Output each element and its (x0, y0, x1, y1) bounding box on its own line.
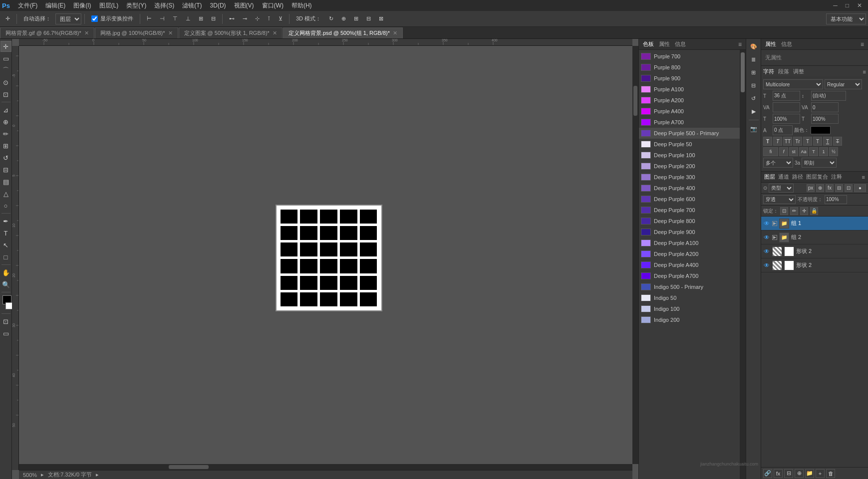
lig3-btn[interactable]: st (789, 147, 798, 156)
menu-image[interactable]: 图像(I) (69, 0, 95, 11)
window-restore[interactable]: □ (842, 2, 853, 9)
align-left-btn[interactable]: ⊢ (143, 13, 155, 25)
swatch-item-4[interactable]: Purple A200 (639, 95, 740, 106)
distribute-right-btn[interactable]: ⊹ (252, 13, 263, 25)
layer-item-group2[interactable]: 👁 ▶ 📁 组 2 (761, 231, 868, 244)
swatch-item-10[interactable]: Deep Purple 200 (639, 161, 740, 172)
filter-smart-btn[interactable]: ⊡ (845, 184, 853, 192)
attrs-menu-icon[interactable]: ≡ (861, 41, 864, 48)
paths-tab[interactable]: 路径 (792, 173, 803, 181)
3d-scale-btn[interactable]: ⊠ (375, 13, 387, 25)
background-color[interactable] (5, 302, 12, 309)
tool-blur[interactable]: △ (0, 188, 11, 199)
filter-adj-btn[interactable]: ⊕ (816, 184, 824, 192)
layer-expand-group1[interactable]: ▶ (772, 221, 777, 226)
swatches-menu-icon[interactable]: ≡ (738, 41, 742, 48)
3d-roll-btn[interactable]: ⊕ (338, 13, 349, 25)
menu-file[interactable]: 文件(F) (14, 0, 41, 11)
tool-shape[interactable]: □ (0, 251, 11, 262)
doc-info-arrow[interactable]: ▸ (96, 472, 99, 478)
tool-quick-select[interactable]: ⊙ (0, 77, 11, 88)
notes-tab[interactable]: 注释 (831, 173, 842, 181)
swatch-item-7[interactable]: Deep Purple 500 - Primary (639, 128, 740, 139)
delete-layer-btn[interactable]: 🗑 (826, 469, 835, 478)
opacity-input[interactable] (825, 195, 847, 204)
layer-item-shape1[interactable]: 👁 形状 2 (761, 244, 868, 258)
show-transform-checkbox[interactable] (91, 15, 98, 22)
styles-icon[interactable]: ⊟ (748, 80, 759, 91)
add-adjust-btn[interactable]: ⊕ (795, 469, 804, 478)
swatch-item-18[interactable]: Deep Purple A200 (639, 248, 740, 259)
auto-select-dropdown[interactable]: 图层 组 (55, 13, 81, 24)
lock-all-btn[interactable]: 🔒 (810, 207, 818, 215)
lock-draw-btn[interactable]: ✏ (790, 207, 798, 215)
menu-3d[interactable]: 3D(D) (206, 1, 230, 10)
add-mask-btn[interactable]: ⊟ (784, 469, 793, 478)
menu-filter[interactable]: 滤镜(T) (178, 0, 206, 11)
swatch-item-16[interactable]: Deep Purple 900 (639, 227, 740, 238)
add-group-btn[interactable]: 📁 (805, 469, 814, 478)
tab-0[interactable]: 网格背景.gif @ 66.7%(RGB/8)* ✕ (0, 27, 94, 38)
tool-text[interactable]: T (0, 228, 11, 239)
actions-icon[interactable]: ▶ (748, 106, 759, 117)
smallcaps-btn[interactable]: Tr (793, 137, 802, 146)
tool-hand[interactable]: ✋ (0, 267, 11, 278)
menu-layer[interactable]: 图层(L) (95, 0, 123, 11)
swatch-item-8[interactable]: Deep Purple 50 (639, 139, 740, 150)
layer-item-shape2[interactable]: 👁 形状 2 (761, 258, 868, 272)
underline-btn[interactable]: T (823, 137, 832, 146)
menu-edit[interactable]: 编辑(E) (41, 0, 69, 11)
layer-item-group1[interactable]: 👁 ▶ 📁 组 1 (761, 217, 868, 231)
vert-scale-input[interactable] (773, 114, 800, 124)
scrollbar-horizontal[interactable] (19, 464, 632, 470)
align-right-btn[interactable]: ⊤ (169, 13, 181, 25)
swatches-scroll-thumb[interactable] (741, 52, 745, 92)
window-minimize[interactable]: ─ (829, 2, 842, 9)
window-close[interactable]: ✕ (853, 2, 866, 9)
leading-input[interactable] (811, 91, 846, 101)
swatch-item-20[interactable]: Deep Purple A700 (639, 270, 740, 281)
swatch-item-12[interactable]: Deep Purple 400 (639, 183, 740, 194)
menu-type[interactable]: 类型(Y) (122, 0, 150, 11)
distribute-middle-btn[interactable]: ⊻ (275, 13, 286, 25)
kerning-input[interactable] (773, 102, 800, 112)
tool-lasso[interactable]: ⌒ (0, 65, 11, 76)
add-style-btn[interactable]: fx (774, 469, 783, 478)
char-tab-char[interactable]: 字符 (763, 68, 774, 75)
filter-mask-btn[interactable]: ⊟ (835, 184, 843, 192)
filter-type-select[interactable]: 类型 (769, 184, 794, 193)
swatches-scrollbar[interactable] (740, 50, 746, 479)
swatch-item-14[interactable]: Deep Purple 700 (639, 205, 740, 216)
swatch-item-19[interactable]: Deep Purple A400 (639, 259, 740, 270)
menu-select[interactable]: 选择(S) (150, 0, 178, 11)
italic-btn[interactable]: T (773, 137, 782, 146)
lig2-btn[interactable]: f (779, 147, 788, 156)
3d-slide-btn[interactable]: ⊟ (363, 13, 374, 25)
camera-icon[interactable]: 📷 (748, 123, 759, 134)
strikethrough-btn[interactable]: T (833, 137, 842, 146)
tool-move[interactable]: ✛ (0, 41, 11, 52)
tool-crop[interactable]: ⊡ (0, 89, 11, 100)
lang-select[interactable]: 多个 (763, 158, 793, 168)
swatch-item-24[interactable]: Indigo 200 (639, 314, 740, 325)
uppercase-btn[interactable]: TT (783, 137, 792, 146)
scrollbar-h-thumb[interactable] (169, 465, 209, 469)
workspace-select[interactable]: 基本功能 (826, 13, 866, 24)
layer-expand-group2[interactable]: ▶ (772, 235, 777, 240)
props-icon[interactable]: ≣ (748, 54, 759, 65)
font-family-select[interactable]: Multicolore (763, 79, 823, 89)
swatch-item-0[interactable]: Purple 700 (639, 51, 740, 62)
blend-mode-select[interactable]: 穿透 (763, 195, 796, 204)
tool-eraser[interactable]: ⊟ (0, 164, 11, 175)
3d-pan-btn[interactable]: ⊞ (350, 13, 362, 25)
text-color-swatch[interactable] (811, 126, 831, 134)
lig4-btn[interactable]: Aa (799, 147, 808, 156)
tool-path-select[interactable]: ↖ (0, 240, 11, 250)
adjust-icon[interactable]: ⊞ (748, 67, 759, 78)
tab-2[interactable]: 定义图案 @ 500%(形状 1, RGB/8)* ✕ (179, 27, 283, 38)
layer-visibility-group2[interactable]: 👁 (763, 234, 770, 241)
lock-move-btn[interactable]: ✛ (800, 207, 808, 215)
align-center-h-btn[interactable]: ⊣ (156, 13, 168, 25)
layer-visibility-group1[interactable]: 👁 (763, 220, 770, 227)
filter-fx-btn[interactable]: fx (826, 184, 834, 192)
